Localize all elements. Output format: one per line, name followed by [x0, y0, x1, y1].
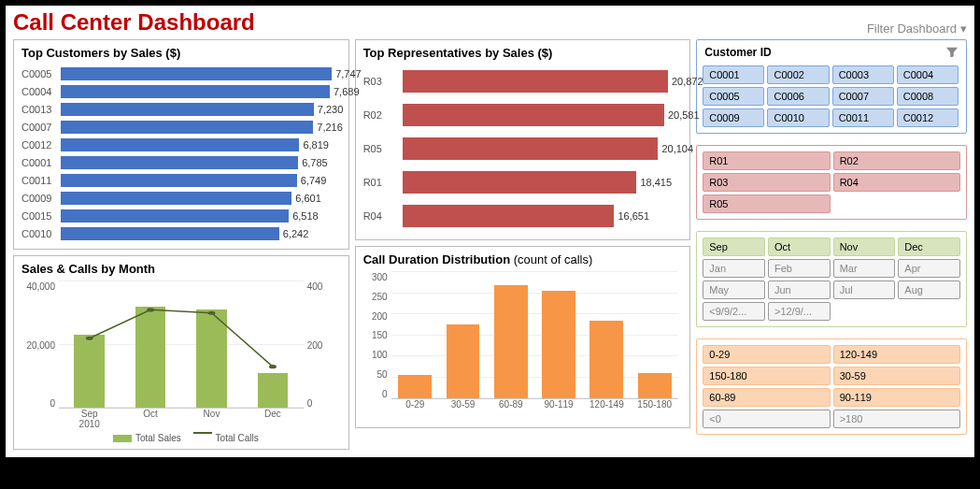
clear-filter-icon[interactable]: [945, 46, 959, 62]
bar-row: C00096,601: [21, 190, 341, 206]
bar-row: R0320,872: [363, 65, 683, 97]
bar: [589, 321, 623, 398]
panel-title: Sales & Calls by Month: [21, 262, 341, 276]
slicer-title: Customer ID: [704, 46, 771, 62]
slicer-chip[interactable]: <9/9/2...: [703, 302, 765, 321]
slicer-chip[interactable]: Jul: [833, 280, 896, 299]
bar-row: C00137,230: [21, 101, 341, 117]
slicer-chip[interactable]: C0001: [703, 65, 764, 84]
bar-row: C00156,518: [21, 208, 341, 223]
bar-category: C0013: [21, 104, 61, 115]
slicer-chip[interactable]: Sep: [703, 237, 765, 256]
bar-row: C00116,749: [21, 172, 341, 188]
bar-category: C0007: [21, 122, 61, 133]
svg-point-0: [86, 337, 93, 340]
slicer-chip[interactable]: May: [703, 280, 765, 299]
bar-row: C00047,689: [21, 83, 341, 99]
bar-row: C00077,216: [21, 119, 341, 135]
bar-category: R02: [363, 109, 403, 121]
bar-value: 6,601: [291, 192, 321, 205]
legend: Total Sales Total Calls: [21, 433, 341, 443]
slicer-chip[interactable]: 30-59: [833, 367, 960, 385]
panel-duration: Call Duration Distribution (count of cal…: [355, 246, 691, 428]
slicer-chip[interactable]: 150-180: [703, 367, 830, 385]
filter-dashboard-label: Filter Dashboard: [867, 22, 957, 36]
slicer-duration: 0-29120-149150-18030-5960-8990-119<0>180: [696, 338, 967, 435]
bar-category: C0012: [21, 139, 61, 151]
slicer-chip[interactable]: 60-89: [703, 388, 830, 407]
bar-value: 7,747: [332, 67, 362, 80]
slicer-chip[interactable]: 120-149: [833, 345, 960, 364]
bar-value: 20,872: [668, 70, 703, 93]
slicer-chip[interactable]: >180: [833, 410, 960, 428]
slicer-chip[interactable]: >12/9/...: [768, 302, 831, 321]
bar-category: C0001: [21, 157, 61, 168]
slicer-chip[interactable]: Oct: [768, 237, 831, 256]
bar: [638, 373, 672, 398]
bar-category: C0011: [21, 175, 61, 186]
slicer-chip[interactable]: Mar: [833, 259, 896, 278]
slicer-chip[interactable]: Apr: [898, 259, 960, 278]
slicer-chip[interactable]: <0: [703, 410, 830, 428]
slicer-rep: R01R02R03R04R05: [696, 145, 967, 220]
bar-category: C0010: [21, 228, 61, 239]
panel-title: Call Duration Distribution (count of cal…: [363, 252, 683, 266]
panel-top-customers: Top Customers by Sales ($) C00057,747C00…: [13, 39, 349, 250]
page-title: Call Center Dashboard: [13, 9, 255, 36]
bar-category: R01: [363, 177, 403, 188]
bar-value: 6,749: [297, 174, 327, 187]
bar-row: R0118,415: [363, 166, 683, 198]
bar-category: C0004: [21, 86, 61, 97]
svg-point-1: [147, 308, 154, 311]
panel-top-reps: Top Representatives by Sales ($) R0320,8…: [355, 39, 691, 240]
bar-value: 20,104: [658, 137, 693, 160]
panel-sales-calls: Sales & Calls by Month 40,00020,00004002…: [13, 255, 349, 450]
bar-category: R05: [363, 143, 403, 154]
bar-category: R03: [363, 76, 403, 87]
bar-value: 6,819: [299, 138, 329, 151]
slicer-chip[interactable]: R02: [833, 151, 960, 170]
slicer-chip[interactable]: R03: [703, 173, 830, 192]
slicer-chip[interactable]: 0-29: [703, 345, 830, 364]
slicer-chip[interactable]: C0009: [703, 108, 764, 127]
slicer-chip[interactable]: Dec: [898, 237, 960, 256]
bar-value: 18,415: [636, 171, 672, 194]
slicer-chip[interactable]: R04: [833, 173, 960, 192]
bar-row: R0220,581: [363, 99, 683, 131]
slicer-chip[interactable]: 90-119: [833, 388, 960, 407]
bar-row: R0520,104: [363, 133, 683, 165]
slicer-chip[interactable]: Jan: [703, 259, 765, 278]
bar: [398, 375, 432, 398]
slicer-chip[interactable]: C0012: [897, 108, 959, 127]
slicer-chip[interactable]: R05: [703, 194, 830, 213]
bar-category: C0015: [21, 210, 61, 222]
slicer-chip[interactable]: Nov: [833, 237, 896, 256]
slicer-chip[interactable]: Aug: [898, 280, 960, 299]
slicer-chip[interactable]: C0003: [832, 65, 894, 84]
bar-category: C0009: [21, 193, 61, 204]
bar-value: 6,785: [298, 156, 328, 169]
slicer-chip[interactable]: Jun: [768, 280, 831, 299]
bar-row: C00016,785: [21, 154, 341, 170]
slicer-chip[interactable]: C0005: [703, 87, 764, 106]
slicer-chip[interactable]: R01: [703, 151, 830, 170]
bar-row: C00057,747: [21, 65, 341, 81]
panel-title: Top Representatives by Sales ($): [363, 46, 683, 60]
svg-point-2: [208, 311, 216, 315]
slicer-chip[interactable]: C0008: [897, 87, 959, 106]
bar-row: C00126,819: [21, 137, 341, 152]
bar-value: 16,651: [614, 205, 649, 227]
bar-value: 6,518: [289, 209, 319, 223]
bar: [542, 291, 575, 398]
slicer-chip[interactable]: C0006: [767, 87, 829, 106]
slicer-chip[interactable]: C0002: [767, 65, 829, 84]
filter-dashboard-button[interactable]: Filter Dashboard ▾: [867, 22, 967, 36]
slicer-chip[interactable]: C0007: [832, 87, 894, 106]
slicer-chip[interactable]: C0010: [767, 108, 829, 127]
slicer-chip[interactable]: C0011: [832, 108, 894, 127]
bar-category: R04: [363, 210, 403, 222]
bar-row: C00106,242: [21, 225, 341, 241]
slicer-chip[interactable]: C0004: [897, 65, 959, 84]
slicer-customer-id: Customer ID C0001C0002C0003C0004C0005C00…: [696, 39, 967, 134]
slicer-chip[interactable]: Feb: [768, 259, 831, 278]
